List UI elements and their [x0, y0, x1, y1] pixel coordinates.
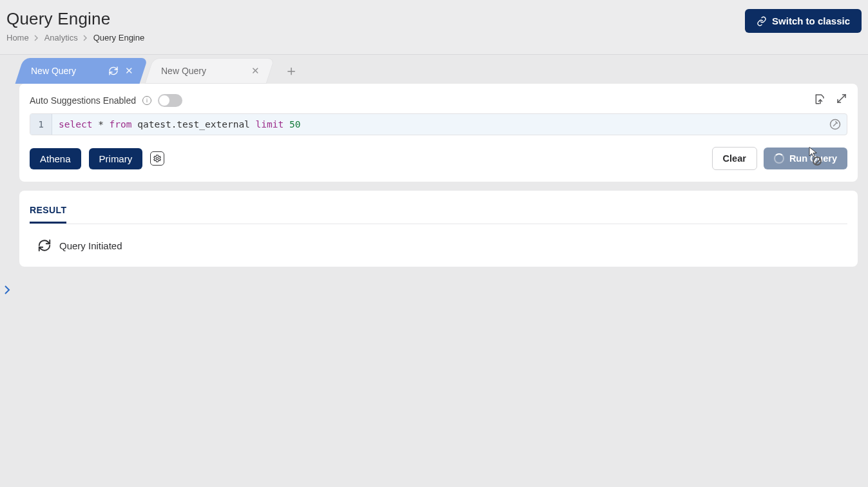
breadcrumb-home[interactable]: Home: [6, 33, 29, 43]
sql-editor[interactable]: 1 select * from qatest.test_external lim…: [30, 113, 847, 135]
result-tab[interactable]: RESULT: [30, 201, 66, 224]
chevron-right-icon: [83, 35, 88, 41]
tab-label: New Query: [161, 66, 206, 76]
main-area: New Query ✕ New Query ✕ ＋: [0, 52, 868, 487]
run-query-button[interactable]: Run Query: [764, 148, 847, 169]
breadcrumb-current: Query Engine: [93, 33, 145, 43]
tab-label: New Query: [31, 66, 76, 76]
result-status-text: Query Initiated: [59, 240, 122, 251]
query-tab-inactive[interactable]: New Query ✕: [145, 58, 275, 84]
editor-card: Auto Suggestions Enabled i 1 select * fr…: [19, 84, 858, 182]
export-icon[interactable]: [814, 93, 827, 106]
engine-chip[interactable]: Athena: [30, 148, 81, 169]
svg-point-1: [156, 157, 159, 160]
toggle-knob: [159, 95, 169, 106]
auto-suggestions-toggle[interactable]: [158, 94, 182, 107]
page-title: Query Engine: [6, 9, 144, 29]
sql-select: select: [59, 119, 92, 129]
editor-toolbar: Athena Primary Clear Run Query: [30, 147, 847, 170]
sql-star: *: [98, 119, 104, 129]
switch-to-classic-label: Switch to classic: [772, 15, 850, 26]
chevron-right-icon: [34, 35, 39, 41]
spinner-icon: [774, 153, 784, 164]
add-tab-button[interactable]: ＋: [282, 62, 300, 80]
line-number: 1: [30, 115, 52, 133]
query-tab-active[interactable]: New Query ✕: [15, 58, 148, 84]
line-gutter: 1: [30, 114, 52, 135]
query-tabs: New Query ✕ New Query ✕ ＋: [0, 52, 868, 84]
close-tab-icon[interactable]: ✕: [125, 65, 133, 77]
clear-button[interactable]: Clear: [712, 147, 757, 170]
header-left: Query Engine Home Analytics Query Engine: [6, 9, 144, 43]
sql-limit: limit: [256, 119, 284, 129]
context-chip[interactable]: Primary: [89, 148, 143, 169]
inline-edit-icon[interactable]: [829, 118, 842, 131]
info-icon[interactable]: i: [142, 96, 151, 105]
breadcrumb: Home Analytics Query Engine: [6, 33, 144, 43]
loading-icon: [37, 238, 52, 253]
run-buttons: Clear Run Query: [712, 147, 847, 170]
result-divider: [30, 224, 847, 224]
expand-icon[interactable]: [836, 93, 847, 106]
result-card: RESULT Query Initiated: [19, 191, 858, 267]
sql-from: from: [110, 119, 132, 129]
result-status-row: Query Initiated: [30, 236, 847, 255]
link-icon: [757, 16, 767, 26]
settings-button[interactable]: [150, 151, 164, 166]
refresh-icon[interactable]: [108, 66, 119, 76]
breadcrumb-analytics[interactable]: Analytics: [44, 33, 78, 43]
run-query-label: Run Query: [789, 153, 837, 164]
auto-suggestions-label: Auto Suggestions Enabled: [30, 95, 136, 106]
context-chips: Athena Primary: [30, 148, 164, 169]
page-header: Query Engine Home Analytics Query Engine…: [0, 0, 868, 55]
editor-top-actions: [814, 93, 847, 106]
sql-line[interactable]: select * from qatest.test_external limit…: [52, 114, 307, 135]
auto-suggestions-row: Auto Suggestions Enabled i: [30, 94, 847, 107]
expand-sidebar-handle[interactable]: [1, 281, 13, 299]
close-tab-icon[interactable]: ✕: [251, 65, 260, 77]
sql-table: qatest.test_external: [137, 119, 250, 129]
switch-to-classic-button[interactable]: Switch to classic: [745, 9, 862, 33]
sql-limit-n: 50: [289, 119, 300, 129]
